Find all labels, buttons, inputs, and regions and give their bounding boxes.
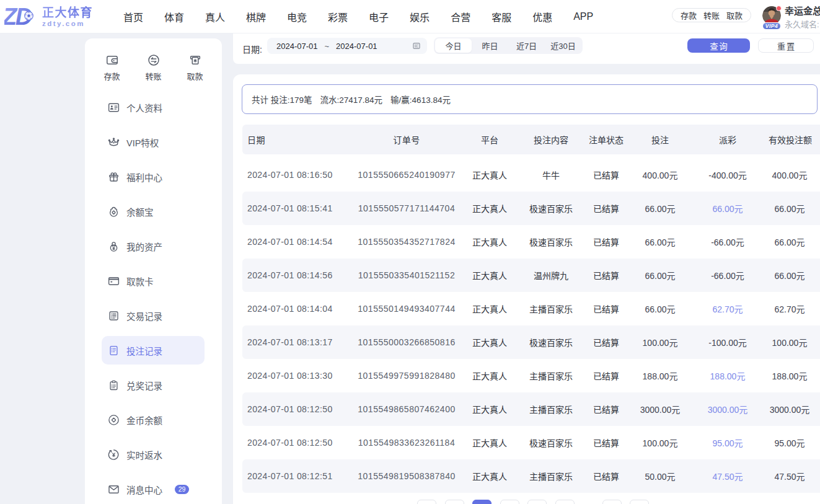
column-header: 有效投注额 — [769, 133, 811, 146]
summary-bar: 共计 投注:179笔 流水:27417.84元 输/赢:4613.84元 — [242, 84, 818, 114]
page-button-2[interactable]: 2 — [472, 500, 492, 504]
brand-logo[interactable]: ZD 正大体育 zdty.com — [4, 4, 93, 30]
page-button-7[interactable]: 18 — [602, 500, 622, 504]
cell-content: 极速百家乐 — [523, 236, 579, 248]
column-header: 平台 — [456, 133, 523, 146]
cell-status: 已结算 — [579, 403, 633, 415]
nav-item-1[interactable]: 体育 — [164, 9, 184, 24]
cell-valid: 47.50元 — [769, 470, 811, 482]
cell-platform: 正大真人 — [456, 369, 523, 382]
cell-status: 已结算 — [579, 470, 633, 482]
cell-bet: 3000.00元 — [633, 403, 687, 415]
cell-status: 已结算 — [579, 369, 633, 382]
reset-button[interactable]: 重置 — [758, 38, 814, 53]
nav-item-3[interactable]: 棋牌 — [246, 9, 266, 24]
summary-bets: 投注:179笔 — [271, 93, 312, 105]
sidebar-item-label: 实时返水 — [126, 448, 162, 461]
cell-bet: 188.00元 — [633, 369, 687, 382]
quick-action-label: 取款 — [187, 70, 203, 82]
table-row: 2024-07-01 08:16:50 1015550665240190977 … — [242, 158, 820, 192]
user-info: 幸运金总 永久域名: — [785, 6, 820, 29]
sidebar-item-transactions[interactable]: 交易记录 — [85, 298, 222, 333]
cell-order: 1015549975991828480 — [357, 371, 456, 381]
sidebar-item-welfare[interactable]: 福利中心 — [85, 159, 222, 194]
page-button-5[interactable]: 5 — [555, 500, 575, 504]
range-yesterday[interactable]: 昨日 — [472, 38, 508, 53]
cell-order: 1015549865807462400 — [357, 404, 456, 414]
avatar[interactable]: VIP4 — [762, 6, 781, 29]
cell-date: 2024-07-01 08:12:51 — [242, 471, 357, 481]
withdraw-button[interactable]: 取款 — [726, 9, 743, 21]
table-row: 2024-07-01 08:12:50 1015549865807462400 … — [242, 392, 820, 426]
summary-turnover: 流水:27417.84元 — [320, 93, 383, 105]
nav-item-10[interactable]: 优惠 — [532, 9, 552, 24]
table-row: 2024-07-01 08:12:51 1015549819508387840 … — [242, 459, 820, 493]
deposit-button[interactable]: 存款 — [681, 9, 697, 21]
sidebar-item-label: 我的资产 — [126, 240, 162, 253]
quick-action-deposit[interactable]: 存款 — [91, 53, 133, 82]
cell-status: 已结算 — [579, 436, 633, 449]
sidebar-item-redeem-records[interactable]: 兑奖记录 — [85, 368, 222, 402]
cell-order: 1015550577171144704 — [357, 203, 456, 213]
bet-records-icon — [107, 344, 120, 357]
cell-bet: 66.00元 — [633, 202, 687, 214]
cell-content: 主播百家乐 — [523, 303, 579, 315]
cell-platform: 正大真人 — [456, 236, 523, 248]
cell-content: 极速百家乐 — [523, 436, 579, 449]
sidebar-item-withdraw-card[interactable]: 取款卡 — [85, 263, 222, 298]
cell-platform: 正大真人 — [456, 436, 523, 449]
range-last30days[interactable]: 近30日 — [545, 38, 581, 53]
table-header-row: 日期 订单号 平台 投注内容 注单状态 投注 派彩 有效投注额 — [242, 125, 820, 154]
query-button[interactable]: 查询 — [687, 38, 750, 53]
nav-item-2[interactable]: 真人 — [205, 9, 225, 24]
cell-order: 1015550003266850816 — [357, 337, 456, 347]
nav-item-0[interactable]: 首页 — [123, 9, 143, 24]
cell-content: 极速百家乐 — [523, 202, 579, 214]
nav-item-4[interactable]: 电竞 — [287, 9, 307, 24]
page-button-4[interactable]: 4 — [527, 500, 547, 504]
cell-payout: 3000.00元 — [687, 403, 769, 415]
records-panel: 共计 投注:179笔 流水:27417.84元 输/赢:4613.84元 日期 … — [233, 74, 820, 504]
cell-date: 2024-07-01 08:14:04 — [242, 304, 357, 314]
user-domain-label: 永久域名: — [785, 20, 820, 29]
cell-platform: 正大真人 — [456, 403, 523, 415]
nav-item-8[interactable]: 合营 — [451, 9, 470, 24]
page-button-0[interactable]: ‹ — [417, 500, 436, 504]
cell-payout: 188.00元 — [687, 369, 769, 382]
sidebar-item-bet-records[interactable]: 投注记录 — [85, 333, 222, 368]
sidebar-item-assets[interactable]: 我的资产 — [85, 229, 222, 263]
cell-status: 已结算 — [579, 336, 633, 348]
sidebar-item-coin-balance[interactable]: 金币余额 — [85, 402, 222, 437]
sidebar-item-messages[interactable]: 消息中心 29 — [85, 472, 222, 504]
mail-icon — [107, 483, 120, 496]
sidebar-item-rebate[interactable]: 实时返水 — [85, 437, 222, 472]
nav-item-7[interactable]: 娱乐 — [410, 9, 430, 24]
date-range-input[interactable]: 2024-07-01 ~ 2024-07-01 — [267, 38, 427, 54]
cell-content: 极速百家乐 — [523, 336, 579, 348]
nav-item-6[interactable]: 电子 — [369, 9, 389, 24]
page-button-1[interactable]: 1 — [445, 500, 464, 504]
quick-action-transfer[interactable]: 转账 — [133, 53, 174, 82]
transfer-button[interactable]: 转账 — [703, 9, 720, 21]
sidebar-item-profile[interactable]: 个人资料 — [85, 90, 222, 125]
quick-action-withdraw[interactable]: 取款 — [174, 53, 216, 82]
cell-payout: 95.00元 — [687, 436, 769, 449]
table-row: 2024-07-01 08:13:30 1015549975991828480 … — [242, 359, 820, 392]
column-header: 注单状态 — [579, 133, 633, 146]
nav-item-11[interactable]: APP — [573, 11, 593, 22]
page-button-8[interactable]: › — [630, 500, 649, 504]
range-last7days[interactable]: 近7日 — [508, 38, 545, 53]
range-today[interactable]: 今日 — [435, 38, 472, 53]
cell-date: 2024-07-01 08:16:50 — [242, 170, 357, 180]
nav-item-9[interactable]: 客服 — [492, 9, 511, 24]
cell-payout: 66.00元 — [687, 202, 769, 214]
sidebar-item-yuebao[interactable]: 余额宝 — [85, 194, 222, 229]
date-label: 日期: — [242, 33, 262, 64]
sidebar-item-vip[interactable]: VIP特权 — [85, 125, 222, 159]
cell-bet: 66.00元 — [633, 303, 687, 315]
nav-item-5[interactable]: 彩票 — [328, 9, 348, 24]
column-header: 投注内容 — [523, 133, 579, 146]
main-nav: 首页 体育 真人 棋牌 电竞 彩票 电子 娱乐 合营 客服 优惠 APP — [123, 0, 593, 33]
page-button-6[interactable]: ••• — [583, 500, 594, 504]
page-button-3[interactable]: 3 — [500, 500, 519, 504]
